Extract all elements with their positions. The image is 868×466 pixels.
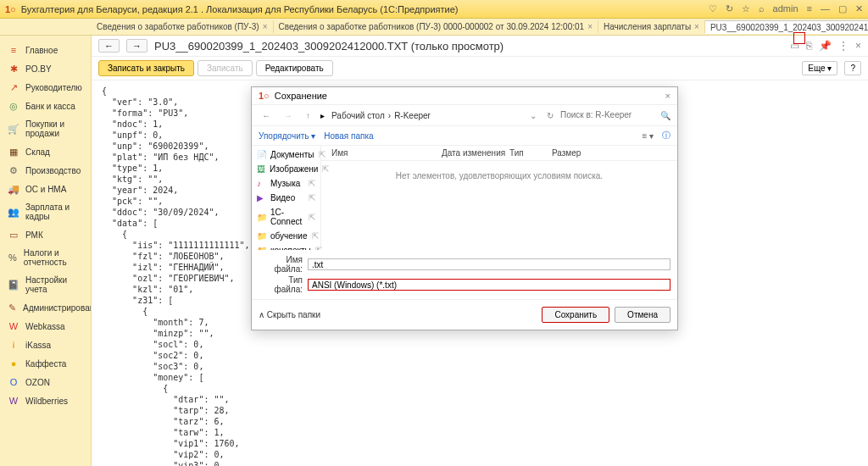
doc-title: PU3__690020399_1_202403_3009202412000.TX…	[154, 40, 783, 53]
sidebar-item[interactable]: ◎Банк и касса	[0, 97, 91, 115]
view-icon[interactable]: ▭	[790, 40, 799, 52]
cancel-button[interactable]: Отмена	[615, 307, 670, 323]
sidebar-item[interactable]: WWildberries	[0, 391, 91, 410]
folder-icon: 📁	[257, 231, 266, 241]
col-name[interactable]: Имя	[331, 148, 442, 158]
settings-icon[interactable]: ≡	[807, 3, 812, 14]
folder-item[interactable]: 📁1C-Connect⇱	[252, 205, 320, 229]
col-date[interactable]: Дата изменения	[442, 148, 509, 158]
pin-icon: ⇱	[309, 213, 315, 222]
close-icon[interactable]: ×	[587, 22, 593, 31]
tab-txt-viewer[interactable]: PU3__690020399_1_202403_3009202412000.TX…	[705, 20, 868, 34]
col-size[interactable]: Размер	[552, 148, 603, 158]
close-icon[interactable]: ×	[694, 22, 699, 31]
minimize-icon[interactable]: —	[821, 3, 830, 14]
sidebar-item[interactable]: ≡Главное	[0, 41, 91, 59]
sidebar-item[interactable]: ▦Склад	[0, 142, 91, 161]
sidebar-icon: ≡	[8, 45, 19, 55]
close-icon[interactable]: ×	[263, 22, 268, 31]
folder-icon: ▶	[257, 193, 266, 202]
sidebar-label: ОС и НМА	[25, 185, 66, 194]
close-icon[interactable]: ×	[855, 40, 861, 52]
app-logo: 1○	[5, 4, 16, 14]
help-button[interactable]: ?	[844, 61, 861, 75]
pin-icon: ⇱	[309, 179, 315, 188]
toolbar: Записать и закрыть Записать Редактироват…	[92, 57, 868, 80]
hide-folders-button[interactable]: ∧ Скрыть папки	[259, 310, 320, 319]
folder-icon: 🖼	[257, 164, 265, 174]
up-button[interactable]: ↑	[303, 111, 314, 120]
sidebar-label: Настройки учета	[25, 275, 82, 294]
save-button[interactable]: Сохранить	[542, 307, 609, 323]
search-icon[interactable]: 🔍	[660, 111, 670, 120]
app-logo-icon: 1○	[259, 91, 270, 101]
bell-icon[interactable]: ♡	[709, 3, 717, 14]
back-button[interactable]: ←	[259, 111, 274, 120]
file-list: Имя Дата изменения Тип Размер Нет элемен…	[321, 146, 677, 250]
sidebar-label: PO.BY	[25, 64, 52, 74]
sidebar-item[interactable]: ●Каффеста	[0, 354, 91, 373]
chevron-down-icon[interactable]: ⌄	[526, 111, 540, 120]
col-type[interactable]: Тип	[509, 148, 552, 158]
folder-item[interactable]: ▶Видео⇱	[252, 191, 320, 205]
folder-item[interactable]: 📁обучение⇱	[252, 229, 320, 243]
breadcrumb[interactable]: Рабочий стол›R-Keeper	[331, 111, 520, 120]
new-folder-button[interactable]: Новая папка	[324, 131, 373, 141]
folder-label: 1C-Connect	[270, 208, 304, 226]
sidebar-item[interactable]: OOZON	[0, 373, 91, 391]
tab-pu3-doc[interactable]: Сведения о заработке работников (ПУ-3) 0…	[274, 20, 598, 33]
sidebar-icon: W	[8, 321, 19, 331]
sidebar-label: Каффеста	[25, 359, 66, 369]
filename-input[interactable]	[308, 258, 670, 270]
forward-button[interactable]: →	[126, 39, 147, 53]
help-icon[interactable]: ⓘ	[662, 130, 670, 141]
sidebar-label: Налоги и отчетность	[24, 248, 82, 267]
organize-button[interactable]: Упорядочить ▾	[259, 131, 315, 141]
folder-label: Документы	[270, 150, 314, 159]
sidebar-icon: 🛒	[8, 124, 19, 134]
history-icon[interactable]: ↻	[726, 3, 733, 14]
folder-item[interactable]: 📁конспекты⇱	[252, 243, 320, 250]
sidebar-item[interactable]: iiKassa	[0, 336, 91, 354]
sidebar-item[interactable]: ✎Администрирование	[0, 298, 91, 317]
folder-item[interactable]: 📄Документы⇱	[252, 147, 320, 162]
sidebar-item[interactable]: %Налоги и отчетность	[0, 244, 91, 271]
view-mode-icon[interactable]: ≡ ▾	[642, 131, 654, 141]
star-icon[interactable]: ☆	[742, 3, 750, 14]
search-icon[interactable]: ⌕	[759, 3, 765, 14]
sidebar-label: Зарплата и кадры	[25, 202, 82, 221]
sidebar-item[interactable]: ⚙Производство	[0, 161, 91, 180]
sidebar-icon: %	[8, 252, 17, 263]
sidebar-item[interactable]: 📓Настройки учета	[0, 271, 91, 298]
filetype-select[interactable]: ANSI (Windows) (*.txt)	[308, 279, 670, 291]
sidebar-item[interactable]: ↗Руководителю	[0, 78, 91, 97]
more-button[interactable]: Еще ▾	[802, 61, 837, 75]
search-input[interactable]	[560, 110, 654, 120]
save-button: Записать	[198, 60, 253, 76]
sidebar-item[interactable]: 🛒Покупки и продажи	[0, 115, 91, 142]
close-icon[interactable]: ✕	[855, 3, 863, 14]
maximize-icon[interactable]: ▢	[838, 3, 847, 14]
sidebar-item[interactable]: ✱PO.BY	[0, 59, 91, 78]
link-icon[interactable]: ⎘	[806, 40, 812, 52]
sidebar-item[interactable]: 👥Зарплата и кадры	[0, 198, 91, 225]
folder-item[interactable]: 🖼Изображени⇱	[252, 162, 320, 176]
tabbar: Сведения о заработке работников (ПУ-3)× …	[0, 19, 868, 36]
edit-button[interactable]: Редактировать	[256, 60, 333, 76]
pin-icon[interactable]: 📌	[819, 40, 832, 52]
back-button[interactable]: ←	[98, 39, 120, 53]
sidebar-label: РМК	[25, 230, 43, 240]
folder-label: Видео	[270, 193, 295, 202]
sidebar-label: Банк и касса	[25, 102, 75, 111]
close-icon[interactable]: ×	[665, 91, 670, 101]
sidebar-item[interactable]: WWebkassa	[0, 317, 91, 336]
save-close-button[interactable]: Записать и закрыть	[98, 60, 194, 76]
sidebar-item[interactable]: ▭РМК	[0, 225, 91, 244]
tab-pu3-list[interactable]: Сведения о заработке работников (ПУ-3)×	[92, 20, 274, 33]
tab-salary[interactable]: Начисления зарплаты×	[598, 20, 705, 33]
dialog-toolbar: Упорядочить ▾ Новая папка ≡ ▾ ⓘ	[252, 126, 677, 146]
menu-icon[interactable]: ⋮	[838, 40, 849, 52]
refresh-icon[interactable]: ↻	[547, 111, 554, 120]
folder-item[interactable]: ♪Музыка⇱	[252, 176, 320, 191]
sidebar-item[interactable]: 🚚ОС и НМА	[0, 180, 91, 198]
